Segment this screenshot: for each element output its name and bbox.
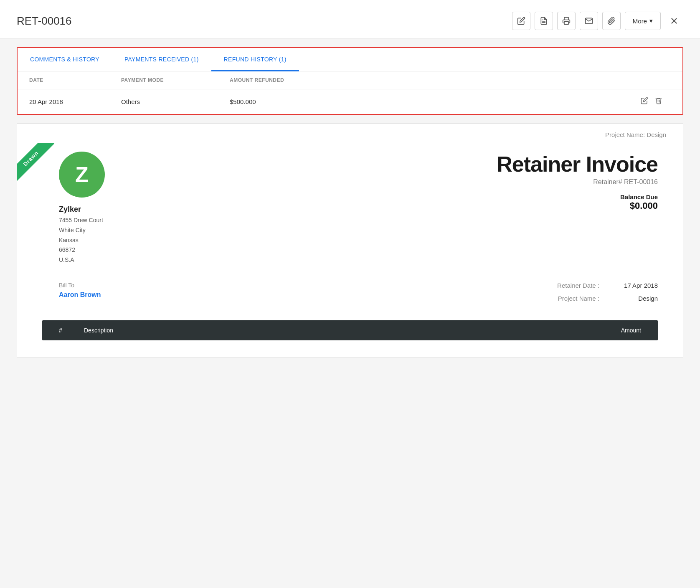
ribbon: Drawn [17, 143, 54, 182]
bill-to-left: Bill To Aaron Brown [59, 282, 358, 308]
inv-col-description: Description [84, 327, 574, 334]
company-name: Zylker [59, 205, 105, 214]
tab-payments-received[interactable]: PAYMENTS RECEIVED (1) [112, 48, 211, 71]
inv-col-amount: Amount [574, 327, 641, 334]
project-name-row: Project Name : Design [358, 295, 658, 302]
balance-section: Balance Due $0.000 [497, 193, 658, 211]
company-address: 7455 Drew Court White City Kansas 66872 … [59, 215, 105, 265]
invoice-retainer-number: Retainer# RET-00016 [497, 178, 658, 186]
invoice-top: Z Zylker 7455 Drew Court White City Kans… [42, 143, 658, 265]
col-date: DATE [29, 77, 121, 83]
pdf-button[interactable] [535, 12, 553, 30]
retainer-meta: Retainer Date : 17 Apr 2018 Project Name… [358, 282, 658, 308]
table-row: 20 Apr 2018 Others $500.000 [18, 89, 682, 114]
project-name-row-label: Project Name : [541, 295, 599, 302]
print-button[interactable] [557, 12, 576, 30]
email-button[interactable] [580, 12, 598, 30]
invoice-section: Project Name: Design Drawn Z Zylker 7455… [17, 123, 683, 357]
retainer-date-label: Retainer Date : [541, 282, 599, 289]
refund-payment-mode: Others [121, 98, 230, 105]
close-button[interactable] [665, 12, 683, 30]
refund-amount: $500.000 [230, 98, 347, 105]
ribbon-container: Drawn [17, 143, 67, 193]
project-name-row-value: Design [616, 295, 658, 302]
tab-refund-history[interactable]: REFUND HISTORY (1) [211, 48, 299, 71]
invoice-body: Drawn Z Zylker 7455 Drew Court White Cit… [17, 143, 683, 357]
retainer-date-row: Retainer Date : 17 Apr 2018 [358, 282, 658, 289]
col-amount-refunded: AMOUNT REFUNDED [230, 77, 347, 83]
edit-button[interactable] [512, 12, 530, 30]
delete-refund-button[interactable] [655, 97, 662, 106]
project-name-line: Project Name: Design [17, 124, 683, 143]
invoice-title: Retainer Invoice [497, 152, 658, 177]
refund-date: 20 Apr 2018 [29, 98, 121, 105]
col-payment-mode: PAYMENT MODE [121, 77, 230, 83]
svg-rect-2 [564, 22, 568, 25]
table-header: DATE PAYMENT MODE AMOUNT REFUNDED [18, 71, 682, 89]
row-actions [347, 97, 671, 106]
balance-due-amount: $0.000 [497, 200, 658, 211]
page-header: RET-00016 [0, 0, 700, 39]
more-button[interactable]: More ▾ [625, 12, 661, 30]
balance-due-label: Balance Due [497, 193, 658, 200]
col-actions-header [347, 77, 671, 83]
page-title: RET-00016 [17, 15, 72, 28]
retainer-date-value: 17 Apr 2018 [616, 282, 658, 289]
inv-col-hash: # [59, 327, 84, 334]
invoice-title-block: Retainer Invoice Retainer# RET-00016 Bal… [497, 152, 658, 211]
chevron-down-icon: ▾ [649, 17, 653, 25]
tabs-header: COMMENTS & HISTORY PAYMENTS RECEIVED (1)… [18, 48, 682, 71]
tabs-section: COMMENTS & HISTORY PAYMENTS RECEIVED (1)… [17, 47, 683, 115]
bill-to-name[interactable]: Aaron Brown [59, 291, 358, 299]
invoice-table-header: # Description Amount [42, 320, 658, 340]
bill-to-label: Bill To [59, 282, 358, 289]
attach-button[interactable] [602, 12, 621, 30]
bill-to-section: Bill To Aaron Brown Retainer Date : 17 A… [42, 282, 658, 308]
more-label: More [633, 18, 647, 25]
company-info: Zylker 7455 Drew Court White City Kansas… [59, 205, 105, 265]
tab-comments-history[interactable]: COMMENTS & HISTORY [18, 48, 112, 71]
refund-table: DATE PAYMENT MODE AMOUNT REFUNDED 20 Apr… [18, 71, 682, 114]
header-actions: More ▾ [512, 12, 683, 30]
edit-refund-button[interactable] [641, 97, 648, 106]
